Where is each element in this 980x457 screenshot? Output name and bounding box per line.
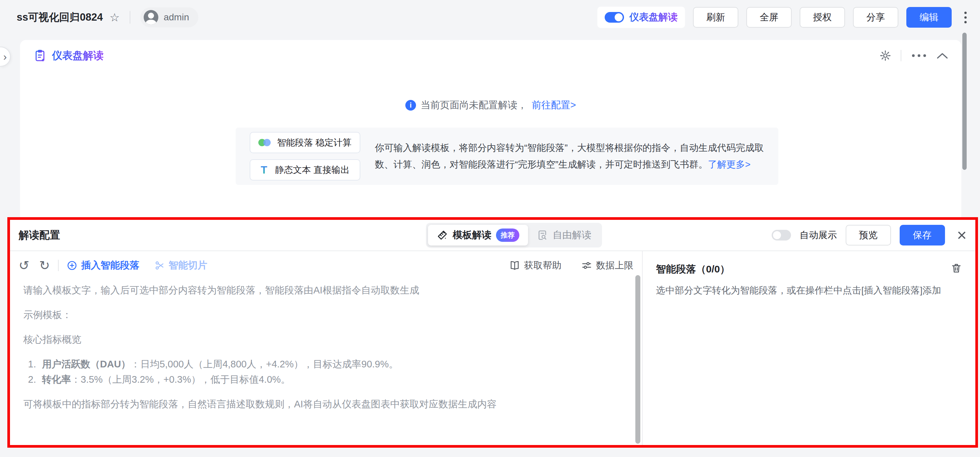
chevron-right-icon: › (3, 51, 7, 63)
edit-button[interactable]: 编辑 (906, 7, 952, 28)
get-help-button[interactable]: 获取帮助 (509, 259, 562, 272)
user-name: admin (164, 12, 189, 23)
tab-label: 自由解读 (553, 228, 591, 242)
smart-paragraph-title: 智能段落（0/0） (656, 262, 730, 276)
refresh-button[interactable]: 刷新 (693, 7, 738, 28)
trash-icon[interactable] (951, 262, 962, 274)
page-title: ss可视化回归0824 (17, 10, 103, 24)
metric-list: 1. 用户活跃数（DAU）：日均5,000人（上周4,800人，+4.2%），目… (23, 356, 628, 387)
sliders-icon (581, 260, 592, 271)
close-icon[interactable]: × (957, 227, 967, 243)
feature-label: 智能段落 稳定计算 (277, 136, 352, 149)
static-text-feature-button[interactable]: T 静态文本 直接输出 (250, 159, 360, 181)
list-text: 用户活跃数（DAU）：日均5,000人（上周4,800人，+4.2%），目标达成… (42, 356, 398, 372)
user-pill[interactable]: admin (140, 7, 198, 27)
insert-smart-paragraph-button[interactable]: 插入智能段落 (67, 259, 139, 272)
share-button[interactable]: 分享 (853, 7, 898, 28)
book-icon (509, 260, 520, 271)
list-number: 1. (28, 356, 42, 372)
tab-label: 模板解读 (453, 228, 492, 242)
text-icon: T (258, 164, 270, 176)
redo-icon[interactable]: ↻ (39, 259, 50, 272)
help-label: 获取帮助 (524, 259, 562, 272)
editor-intro: 请输入模板文字，输入后可选中部分内容转为智能段落，智能段落由AI根据指令自动取数… (23, 282, 628, 298)
insert-label: 插入智能段落 (81, 259, 139, 272)
slice-label: 智能切片 (169, 259, 207, 272)
editor-toolbar: ↺ ↻ 插入智能段落 (10, 251, 642, 280)
feature-label: 静态文本 直接输出 (275, 164, 350, 176)
tab-free-interpret[interactable]: 自由解读 (528, 225, 600, 246)
config-header: 解读配置 模板解读 推荐 (10, 220, 975, 251)
smart-slice-button[interactable]: 智能切片 (155, 259, 207, 272)
more-menu-icon[interactable] (961, 12, 970, 23)
empty-notice-text: 当前页面尚未配置解读， (421, 98, 527, 112)
plus-circle-icon (67, 260, 77, 271)
list-text: 转化率：3.5%（上周3.2%，+0.3%），低于目标值4.0%。 (42, 372, 290, 387)
tab-template-interpret[interactable]: 模板解读 推荐 (428, 225, 528, 246)
toolbar-right: 获取帮助 数据上限 (509, 259, 633, 272)
configure-link[interactable]: 前往配置> (532, 98, 576, 112)
collapse-up-icon[interactable] (937, 52, 948, 59)
info-icon: i (405, 100, 416, 111)
doc-search-icon (537, 230, 548, 241)
divider (58, 260, 59, 271)
authorize-button[interactable]: 授权 (800, 7, 845, 28)
card-title: 仪表盘解读 (52, 49, 103, 63)
dashboard-interpret-toggle-card: 仪表盘解读 (597, 7, 685, 28)
smart-paragraph-hint: 选中部分文字转化为智能段落，或在操作栏中点击[插入智能段落]添加 (656, 284, 962, 297)
star-icon[interactable]: ☆ (109, 12, 119, 23)
mode-tabs: 模板解读 推荐 自由解读 (426, 223, 602, 248)
interpret-toggle-label: 仪表盘解读 (629, 11, 678, 24)
ruler-icon (437, 230, 448, 241)
avatar (144, 10, 158, 25)
feature-buttons: 智能段落 稳定计算 T 静态文本 直接输出 (250, 132, 360, 181)
preview-button[interactable]: 预览 (846, 225, 891, 246)
data-limit-label: 数据上限 (596, 259, 633, 272)
smart-paragraph-panel: 智能段落（0/0） 选中部分文字转化为智能段落，或在操作栏中点击[插入智能段落]… (642, 251, 975, 445)
divider (130, 11, 130, 24)
smart-paragraph-header: 智能段落（0/0） (656, 262, 962, 276)
editor-scrollbar[interactable] (635, 275, 640, 444)
card-title-group: 仪表盘解读 (33, 49, 103, 63)
editor-example-title: 示例模板： (23, 307, 628, 322)
data-limit-button[interactable]: 数据上限 (581, 259, 633, 272)
divider (900, 50, 901, 61)
interpret-toggle[interactable] (605, 12, 624, 23)
config-body: ↺ ↻ 插入智能段落 (10, 251, 975, 445)
editor-footer: 可将模板中的指标部分转为智能段落，自然语言描述取数规则，AI将自动从仪表盘图表中… (23, 397, 628, 412)
card-header-actions (879, 50, 948, 62)
list-item: 2. 转化率：3.5%（上周3.2%，+0.3%），低于目标值4.0%。 (23, 372, 628, 387)
learn-more-link[interactable]: 了解更多> (708, 159, 750, 170)
page-scrollbar[interactable] (963, 33, 967, 170)
fullscreen-button[interactable]: 全屏 (746, 7, 792, 28)
feature-description: 你可输入解读模板，将部分内容转为“智能段落”，大模型将根据你的指令，自动生成代码… (375, 140, 764, 173)
interpret-config-panel: 解读配置 模板解读 推荐 (7, 217, 978, 447)
card-header: 仪表盘解读 (20, 40, 961, 63)
clipboard-icon (33, 49, 47, 62)
undo-icon[interactable]: ↺ (19, 259, 29, 272)
scissors-icon (155, 260, 165, 270)
save-button[interactable]: 保存 (900, 225, 945, 246)
config-actions: 自动展示 预览 保存 × (772, 225, 967, 246)
template-editor-column: ↺ ↻ 插入智能段落 (10, 251, 642, 445)
list-item: 1. 用户活跃数（DAU）：日均5,000人（上周4,800人，+4.2%），目… (23, 356, 628, 372)
editor-section-title: 核心指标概览 (23, 332, 628, 347)
sidebar-expand-handle[interactable]: › (0, 47, 11, 67)
dashboard-interpret-card: 仪表盘解读 i 当前页面尚未配置解读， 前往配置> (20, 40, 961, 222)
top-bar: ss可视化回归0824 ☆ admin 仪表盘解读 刷新 全屏 授权 分享 编辑 (0, 0, 980, 35)
intro-promo-section: 智能段落 稳定计算 T 静态文本 直接输出 你可输入解读模板，将部分内容转为“智… (235, 128, 778, 185)
ellipsis-icon[interactable] (911, 54, 928, 57)
smart-paragraph-feature-button[interactable]: 智能段落 稳定计算 (250, 132, 360, 153)
topbar-actions: 仪表盘解读 刷新 全屏 授权 分享 编辑 (597, 7, 970, 28)
auto-show-toggle[interactable] (772, 230, 791, 241)
auto-show-label: 自动展示 (800, 229, 837, 241)
feature-description-text: 你可输入解读模板，将部分内容转为“智能段落”，大模型将根据你的指令，自动生成代码… (375, 143, 764, 170)
list-number: 2. (28, 372, 42, 387)
config-title: 解读配置 (19, 228, 60, 242)
circles-icon (258, 138, 272, 147)
recommended-badge: 推荐 (496, 228, 519, 242)
gear-icon[interactable] (879, 50, 891, 62)
template-editor[interactable]: 请输入模板文字，输入后可选中部分内容转为智能段落，智能段落由AI根据指令自动取数… (10, 280, 642, 421)
empty-notice-row: i 当前页面尚未配置解读， 前往配置> (20, 98, 961, 112)
